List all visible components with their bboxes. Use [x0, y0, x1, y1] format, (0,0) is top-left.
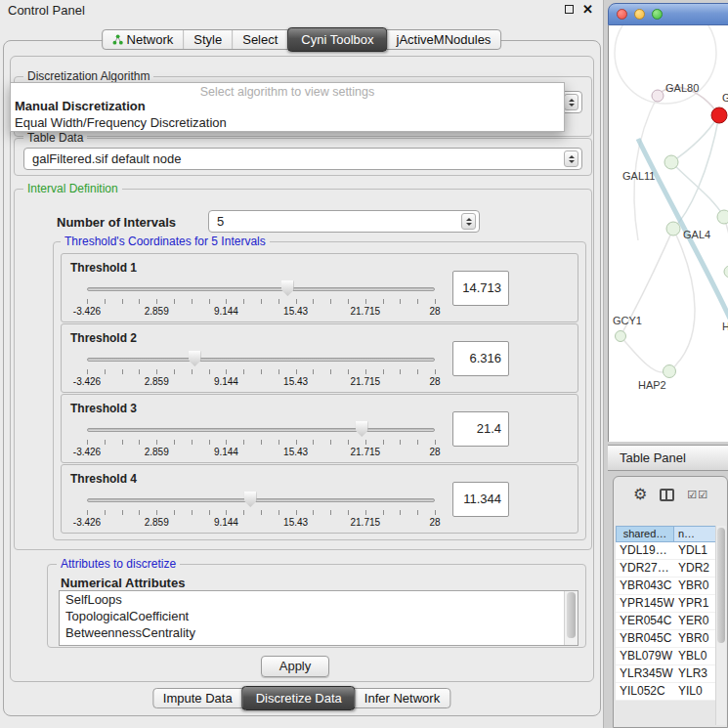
network-window-titlebar[interactable] — [608, 3, 728, 25]
network-node[interactable] — [664, 155, 678, 169]
slider-thumb[interactable] — [189, 351, 201, 366]
list-scrollbar[interactable] — [564, 591, 578, 645]
combobox-stepper-icon[interactable] — [461, 213, 476, 230]
minimize-traffic-light-icon[interactable] — [634, 9, 645, 20]
threshold-2-panel: Threshold 2 -3.426 2.859 9.144 15.43 21.… — [61, 323, 578, 393]
number-of-intervals-value: 5 — [217, 211, 224, 232]
number-of-intervals-label: Number of Intervals — [57, 215, 176, 230]
network-graph: GAL80 GA GAL11 GAL4 GCY1 H HAP2 — [609, 25, 728, 442]
list-item[interactable]: BetweennessCentrality — [60, 624, 578, 641]
table-scrollbar[interactable] — [715, 526, 726, 725]
cell[interactable]: YBR043C — [616, 578, 674, 594]
table-data-group-label: Table Data — [23, 131, 87, 145]
slider-track[interactable] — [87, 498, 435, 502]
cell[interactable]: YDR27… — [616, 560, 674, 577]
table-row[interactable]: YER054CYER0 — [616, 613, 725, 630]
cell[interactable]: YPR145W — [616, 595, 674, 612]
combobox-stepper-icon[interactable] — [564, 94, 578, 110]
zoom-traffic-light-icon[interactable] — [652, 9, 663, 20]
select-rows-icon[interactable]: ☑☑ — [687, 489, 708, 501]
slider-thumb[interactable] — [281, 280, 294, 296]
numerical-attributes-list[interactable]: SelfLoops TopologicalCoefficient Between… — [59, 590, 578, 646]
threshold-3-slider[interactable]: -3.426 2.859 9.144 15.43 21.715 28 — [87, 420, 435, 461]
network-nodes — [616, 90, 728, 378]
dropdown-option-equal-width-frequency[interactable]: Equal Width/Frequency Discretization — [11, 114, 564, 131]
table-row[interactable]: YDL19…YDL1 — [616, 542, 725, 560]
threshold-label: Threshold 4 — [70, 472, 137, 486]
gear-icon[interactable]: ⚙ — [633, 487, 647, 502]
cell[interactable]: YBL079W — [616, 648, 674, 664]
threshold-1-panel: Threshold 1 -3.426 2.859 9.144 15.43 21.… — [61, 253, 578, 322]
threshold-value-field[interactable]: 6.316 — [452, 341, 509, 376]
tab-select[interactable]: Select — [233, 30, 288, 49]
slider-ticks — [87, 299, 436, 304]
close-icon[interactable]: ✕ — [582, 4, 593, 15]
apply-button[interactable]: Apply — [261, 656, 329, 677]
threshold-2-slider[interactable]: -3.426 2.859 9.144 15.43 21.715 28 — [87, 350, 435, 391]
table-row[interactable]: YBL079WYBL0 — [616, 648, 725, 665]
network-canvas[interactable]: GAL80 GA GAL11 GAL4 GCY1 H HAP2 — [608, 25, 728, 442]
cell[interactable]: YLR345W — [616, 665, 674, 682]
slider-track[interactable] — [87, 287, 435, 291]
threshold-1-slider[interactable]: -3.426 2.859 9.144 15.43 21.715 28 — [87, 279, 435, 321]
scale-label: 21.715 — [351, 517, 381, 528]
threshold-4-slider[interactable]: -3.426 2.859 9.144 15.43 21.715 28 — [87, 491, 435, 532]
table-data-combobox[interactable]: galFiltered.sif default node — [23, 148, 582, 170]
network-node[interactable] — [724, 266, 728, 278]
threshold-value-field[interactable]: 11.344 — [452, 482, 509, 517]
dropdown-placeholder: Select algorithm to view settings — [11, 83, 564, 98]
cell[interactable]: YIL052C — [616, 683, 674, 700]
table-header-row: shared… n… — [616, 526, 725, 542]
scrollbar-thumb[interactable] — [567, 592, 576, 638]
scale-label: 9.144 — [214, 517, 238, 528]
table-row[interactable]: YBR043CYBR0 — [616, 578, 725, 595]
slider-thumb[interactable] — [356, 421, 368, 437]
bottom-tab-strip: Impute Data Discretize Data Infer Networ… — [152, 688, 450, 708]
combobox-stepper-icon[interactable] — [564, 150, 578, 167]
table-row[interactable]: YPR145WYPR1 — [616, 595, 725, 613]
tab-jactivemnodules[interactable]: jActiveMNodules — [387, 30, 501, 49]
slider-thumb[interactable] — [244, 492, 257, 507]
slider-track[interactable] — [87, 428, 435, 432]
tab-impute-data[interactable]: Impute Data — [153, 689, 243, 707]
scale-label: 21.715 — [351, 376, 381, 387]
column-header-shared-name[interactable]: shared… — [616, 526, 674, 542]
scrollbar-thumb[interactable] — [717, 528, 725, 643]
table-row[interactable]: YBR045CYBR0 — [616, 630, 725, 648]
threshold-value-field[interactable]: 14.713 — [452, 271, 509, 306]
columns-icon[interactable] — [660, 489, 674, 501]
node-label: GCY1 — [613, 315, 642, 326]
threshold-value-field[interactable]: 21.4 — [452, 411, 509, 447]
node-label: GAL4 — [683, 229, 710, 240]
control-panel-titlebar[interactable]: Control Panel ✕ — [0, 0, 603, 21]
tab-discretize-data[interactable]: Discretize Data — [242, 686, 356, 710]
network-node[interactable] — [652, 90, 664, 102]
scale-label: 28 — [429, 517, 440, 528]
close-traffic-light-icon[interactable] — [617, 9, 627, 20]
tab-cyni-toolbox[interactable]: Cyni Toolbox — [287, 27, 387, 52]
tab-network[interactable]: Network — [103, 30, 185, 49]
tab-label: Impute Data — [163, 689, 233, 707]
number-of-intervals-combobox[interactable]: 5 — [208, 210, 480, 233]
list-item[interactable]: TopologicalCoefficient — [60, 608, 578, 624]
tab-infer-network[interactable]: Infer Network — [355, 689, 450, 707]
network-node[interactable] — [664, 365, 676, 378]
slider-track[interactable] — [87, 358, 435, 362]
tab-style[interactable]: Style — [184, 30, 233, 49]
table-row[interactable]: YLR345WYLR3 — [616, 665, 725, 683]
network-node[interactable] — [666, 222, 680, 236]
table-row[interactable]: YIL052CYIL0 — [616, 683, 725, 701]
dropdown-option-manual-discretization[interactable]: Manual Discretization — [11, 98, 564, 114]
network-node[interactable] — [616, 331, 626, 342]
cell[interactable]: YBR045C — [616, 630, 674, 647]
network-node[interactable] — [717, 210, 728, 224]
list-item[interactable]: SelfLoops — [60, 591, 578, 608]
tab-label: Style — [193, 30, 222, 49]
table-row[interactable]: YDR27…YDR2 — [616, 560, 725, 578]
cell[interactable]: YER054C — [616, 613, 674, 629]
cell[interactable]: YDL19… — [616, 542, 674, 559]
network-node-selected[interactable] — [711, 107, 727, 123]
float-window-icon[interactable] — [565, 5, 574, 14]
network-window: GAL80 GA GAL11 GAL4 GCY1 H HAP2 — [608, 3, 728, 442]
threshold-4-panel: Threshold 4 -3.426 2.859 9.144 15.43 21.… — [61, 464, 578, 534]
